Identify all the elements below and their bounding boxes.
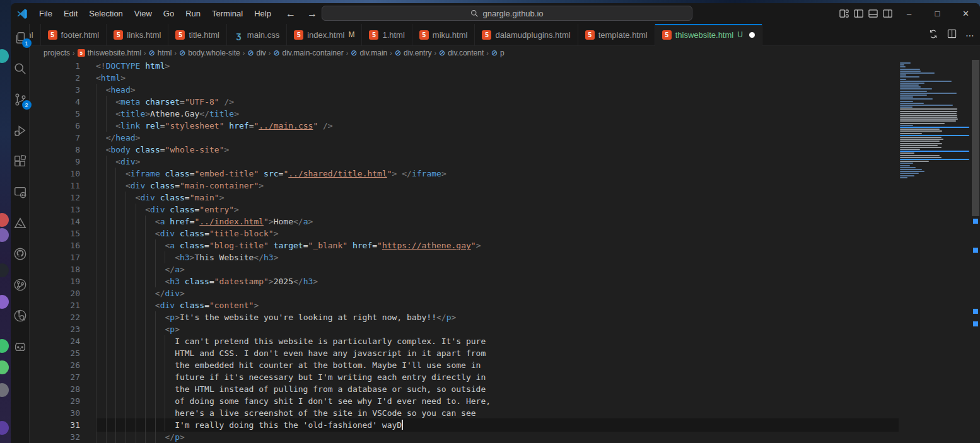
menu-go[interactable]: Go <box>158 3 180 24</box>
command-center[interactable]: gnargle.github.io <box>322 6 692 21</box>
toggle-secondary-sidebar-icon[interactable] <box>880 3 895 24</box>
menu-terminal[interactable]: Terminal <box>206 3 248 24</box>
code-line-20[interactable]: </div> <box>96 287 899 299</box>
run-debug-icon[interactable] <box>13 123 28 138</box>
nav-forward-icon[interactable]: → <box>306 3 318 24</box>
toggle-sidebar-icon[interactable] <box>851 3 866 24</box>
code-line-24[interactable]: I can't pretend this website is particul… <box>96 335 899 347</box>
code-line-28[interactable]: the HTML instead of pulling from a datab… <box>96 383 899 395</box>
code-line-6[interactable]: <link rel="stylesheet" href="../main.css… <box>96 120 899 132</box>
menu-view[interactable]: View <box>129 3 158 24</box>
search-icon[interactable] <box>13 61 28 76</box>
menu-selection[interactable]: Selection <box>83 3 128 24</box>
tab-main.css[interactable]: ʒmain.css <box>227 24 287 45</box>
line-number[interactable]: 25 <box>30 347 80 359</box>
vertical-scrollbar[interactable] <box>971 60 980 443</box>
git-graph-icon[interactable] <box>13 277 28 292</box>
remote-explorer-icon[interactable] <box>13 185 28 200</box>
tab-index.html[interactable]: 5index.htmlM <box>287 24 362 45</box>
code-line-23[interactable]: <p> <box>96 323 899 335</box>
line-number[interactable]: 28 <box>30 383 80 395</box>
line-number[interactable]: 29 <box>30 395 80 407</box>
breadcrumb-item-div.entry[interactable]: ⊘div.entry <box>395 49 432 57</box>
more-actions-icon[interactable]: ⋯ <box>965 30 975 40</box>
code-line-10[interactable]: <iframe class="embed-title" src="../shar… <box>96 168 899 180</box>
code-lines[interactable]: <!DOCTYPE html><html><head><meta charset… <box>96 60 899 443</box>
customize-layout-icon[interactable] <box>837 3 851 24</box>
godot-icon[interactable] <box>13 339 28 354</box>
minimize-button[interactable]: – <box>895 3 923 24</box>
line-number[interactable]: 6 <box>30 120 80 132</box>
menu-file[interactable]: File <box>33 3 58 24</box>
line-number[interactable]: 19 <box>30 275 80 287</box>
breadcrumb-item-body.whole-site[interactable]: ⊘body.whole-site <box>179 49 240 57</box>
line-number[interactable]: 26 <box>30 359 80 371</box>
code-line-12[interactable]: <div class="main"> <box>96 192 899 204</box>
code-line-14[interactable]: <a href="../index.html">Home</a> <box>96 216 899 227</box>
maximize-button[interactable]: □ <box>923 3 952 24</box>
line-number[interactable]: 14 <box>30 216 80 227</box>
tab-thiswebsite.html[interactable]: 5thiswebsite.htmlU <box>655 24 762 46</box>
line-number[interactable]: 21 <box>30 299 80 311</box>
code-line-19[interactable]: <h3 class="datestamp">2025</h3> <box>96 275 899 287</box>
code-line-1[interactable]: <!DOCTYPE html> <box>96 60 899 72</box>
tab-footer.html[interactable]: 5footer.html <box>41 24 107 45</box>
code-line-22[interactable]: <p>It's the website you're looking at ri… <box>96 311 899 323</box>
line-number[interactable]: 1 <box>30 60 80 72</box>
code-line-13[interactable]: <div class="entry"> <box>96 204 899 216</box>
unsaved-dot-icon[interactable] <box>749 32 755 38</box>
code-line-15[interactable]: <div class="title-block"> <box>96 227 899 239</box>
triangle-logo-icon[interactable] <box>13 216 28 231</box>
code-line-30[interactable]: here's a live screenshot of the site in … <box>96 407 899 419</box>
tab-template.html[interactable]: 5template.html <box>578 24 655 45</box>
line-number[interactable]: 31 <box>30 419 80 431</box>
line-number[interactable]: 20 <box>30 287 80 299</box>
scrollbar-thumb[interactable] <box>972 60 979 216</box>
code-line-16[interactable]: <a class="blog-title" target="_blank" hr… <box>96 239 899 251</box>
breadcrumb-item-div[interactable]: ⊘div <box>247 49 265 57</box>
code-line-11[interactable]: <div class="main-container"> <box>96 180 899 192</box>
open-changes-icon[interactable] <box>928 29 938 42</box>
line-number[interactable]: 13 <box>30 204 80 216</box>
line-number[interactable]: 3 <box>30 84 80 96</box>
code-line-26[interactable]: the embedded hit counter at the bottom. … <box>96 359 899 371</box>
breadcrumb-item-div.main[interactable]: ⊘div.main <box>351 49 387 57</box>
line-number[interactable]: 24 <box>30 335 80 347</box>
line-number[interactable]: 12 <box>30 192 80 204</box>
code-line-4[interactable]: <meta charset="UTF-8" /> <box>96 96 899 108</box>
nav-back-icon[interactable]: ← <box>284 3 297 24</box>
extensions-icon[interactable] <box>13 154 28 169</box>
code-line-2[interactable]: <html> <box>96 72 899 84</box>
breadcrumb-item-p[interactable]: ⊘p <box>491 49 505 57</box>
line-number[interactable]: 7 <box>30 132 80 144</box>
code-line-32[interactable]: </p> <box>96 431 899 443</box>
line-number[interactable]: 27 <box>30 371 80 383</box>
explorer-icon[interactable]: 1 <box>13 30 28 45</box>
source-control-icon[interactable]: 2 <box>13 92 28 107</box>
tab-miku.html[interactable]: 5miku.html <box>412 24 475 45</box>
line-number[interactable]: 30 <box>30 407 80 419</box>
tab-links.html[interactable]: 5links.html <box>107 24 168 45</box>
github-icon[interactable] <box>13 246 28 262</box>
code-line-9[interactable]: <div> <box>96 156 899 168</box>
close-button[interactable]: ✕ <box>952 3 980 24</box>
tab-dalamudplugins.html[interactable]: 5dalamudplugins.html <box>475 24 578 45</box>
code-line-3[interactable]: <head> <box>96 84 899 96</box>
line-number[interactable]: 11 <box>30 180 80 192</box>
line-number[interactable]: 9 <box>30 156 80 168</box>
breadcrumb-item-html[interactable]: ⊘html <box>149 49 172 57</box>
line-number[interactable]: 17 <box>30 251 80 263</box>
menu-help[interactable]: Help <box>248 3 277 24</box>
code-line-25[interactable]: HTML and CSS. I don't even have any java… <box>96 347 899 359</box>
line-number[interactable]: 23 <box>30 323 80 335</box>
code-line-18[interactable]: </a> <box>96 263 899 275</box>
line-number[interactable]: 16 <box>30 239 80 251</box>
line-number[interactable]: 18 <box>30 263 80 275</box>
menu-edit[interactable]: Edit <box>58 3 83 24</box>
line-number[interactable]: 5 <box>30 108 80 120</box>
line-number[interactable]: 22 <box>30 311 80 323</box>
line-number[interactable]: 2 <box>30 72 80 84</box>
code-line-5[interactable]: <title>Athene.Gay</title> <box>96 108 899 120</box>
line-number[interactable]: 4 <box>30 96 80 108</box>
code-line-8[interactable]: <body class="whole-site"> <box>96 144 899 156</box>
